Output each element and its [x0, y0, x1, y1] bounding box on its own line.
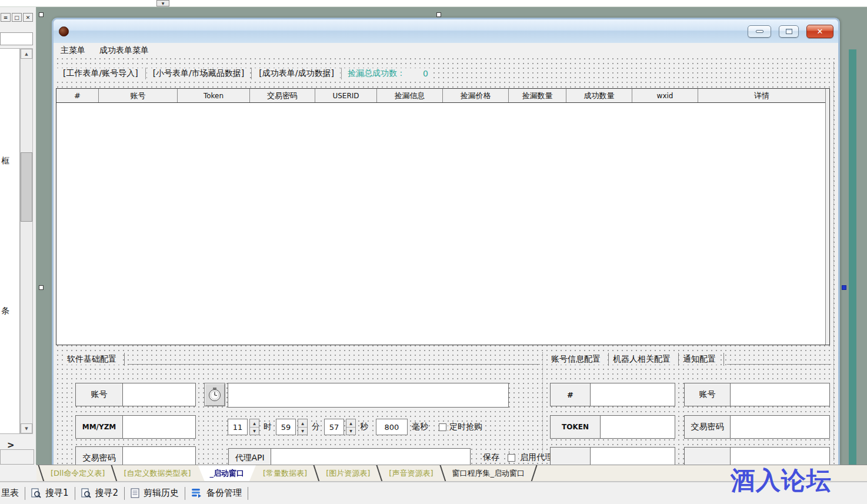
window-controls: ✕	[748, 25, 833, 38]
second-input[interactable]: 57	[324, 419, 344, 435]
hour-input[interactable]: 11	[228, 419, 248, 435]
tab-sound-resources[interactable]: [声音资源表]	[382, 465, 440, 481]
timed-buy-checkbox[interactable]	[439, 423, 446, 431]
scroll-down-button[interactable]: ▼	[21, 423, 32, 433]
panel-partial-field[interactable]	[0, 32, 33, 45]
tab-custom-datatypes[interactable]: [自定义数据类型表]	[116, 465, 198, 481]
second-stepper[interactable]: ▲ ▼	[346, 419, 356, 435]
tab-account-info[interactable]: 账号信息配置	[550, 354, 605, 365]
grid-scrollbar-strip[interactable]	[825, 89, 829, 345]
column-header[interactable]: 详情	[698, 89, 825, 102]
resize-handle[interactable]	[436, 12, 441, 17]
toolbox-item-partial[interactable]: 框	[1, 156, 9, 166]
toolbox-list[interactable]	[0, 48, 20, 434]
column-header[interactable]: USERID	[315, 89, 377, 102]
tab-constants[interactable]: [常量数据表]	[256, 465, 314, 481]
search-doc-icon	[81, 488, 91, 498]
tab-alt-accounts[interactable]: [小号表单/市场藏品数据]	[147, 68, 251, 79]
status-backup[interactable]: 备份管理	[191, 488, 242, 499]
index-input[interactable]	[591, 383, 675, 406]
hour-stepper[interactable]: ▲ ▼	[249, 419, 259, 435]
menu-item-main[interactable]: 主菜单	[61, 45, 85, 56]
toolbox-scrollbar[interactable]: ▲ ▼	[20, 48, 33, 434]
resize-handle[interactable]	[39, 285, 44, 290]
column-header[interactable]: #	[56, 89, 99, 102]
status-search2[interactable]: 搜寻2	[81, 488, 119, 499]
chevron-down-icon: ▼	[162, 1, 165, 5]
resize-handle-active[interactable]	[842, 285, 846, 290]
tab-notify-config[interactable]: 通知配置	[682, 354, 721, 365]
save-button[interactable]: 保存	[482, 452, 501, 463]
column-header[interactable]: 账号	[99, 89, 178, 102]
close-icon: ✕	[26, 15, 31, 21]
minimize-button[interactable]	[748, 25, 771, 38]
r-trade-password-input[interactable]	[731, 416, 829, 438]
column-header[interactable]: 捡漏数量	[509, 89, 566, 102]
left-group-tab[interactable]: 软件基础配置	[66, 354, 121, 365]
tab-success-form[interactable]: [成功表单/成功数据]	[253, 68, 340, 79]
column-header[interactable]: wxid	[632, 89, 698, 102]
clipped-label	[551, 448, 591, 465]
resize-handle[interactable]	[39, 12, 44, 17]
tab-work-form[interactable]: [工作表单/账号导入]	[57, 68, 144, 79]
left-toolbox-panel: ≡ □ ✕ 框 条 ▲ ▼ >	[0, 7, 36, 465]
spin-up-icon[interactable]: ▲	[346, 419, 355, 428]
clipped-input[interactable]	[591, 448, 675, 465]
tab-startup-window-active[interactable]: _启动窗口	[198, 465, 256, 481]
scroll-up-button[interactable]: ▲	[21, 49, 32, 59]
combo-dropdown-button[interactable]: ▼	[156, 0, 169, 6]
menu-item-success-form[interactable]: 成功表单菜单	[99, 45, 149, 56]
group-divider	[678, 353, 679, 366]
status-text-input[interactable]	[228, 383, 509, 408]
tab-dll-commands[interactable]: [Dll命令定义表]	[44, 465, 112, 481]
spin-down-icon[interactable]: ▼	[250, 428, 259, 435]
minute-stepper[interactable]: ▲ ▼	[298, 419, 308, 435]
tab-window-program-set[interactable]: 窗口程序集_启动窗口	[445, 465, 532, 481]
toolbox-item-partial[interactable]: 条	[1, 306, 9, 316]
trade-password-input[interactable]	[123, 447, 195, 465]
timer-button[interactable]	[204, 383, 225, 406]
maximize-button[interactable]	[779, 25, 799, 38]
r-account-input[interactable]	[731, 383, 829, 406]
minute-input[interactable]: 59	[276, 419, 296, 435]
trade-password-field: 交易密码	[75, 446, 196, 465]
proxy-api-input[interactable]	[271, 449, 470, 465]
account-input[interactable]	[123, 383, 195, 406]
data-grid[interactable]: # 账号 Token 交易密码 USERID 捡漏信息 捡漏价格 捡漏数量 成功…	[56, 88, 830, 345]
close-button[interactable]: ✕	[806, 25, 833, 38]
group-line	[128, 364, 540, 365]
token-input[interactable]	[601, 416, 675, 438]
status-partial-label[interactable]: 里表	[1, 488, 19, 499]
status-divider	[75, 487, 75, 500]
panel-close-button[interactable]: ✕	[23, 13, 33, 22]
tab-robot-config[interactable]: 机器人相关配置	[612, 354, 675, 365]
maximize-icon	[786, 29, 792, 34]
spin-down-icon[interactable]: ▼	[346, 428, 355, 435]
token-field: TOKEN	[550, 415, 675, 439]
right-group-header: 账号信息配置 机器人相关配置 通知配置	[550, 352, 831, 366]
column-header[interactable]: 成功数量	[566, 89, 632, 102]
status-clip-history[interactable]: 剪辑历史	[131, 488, 179, 499]
spin-up-icon[interactable]: ▲	[298, 419, 307, 428]
scrollbar-thumb[interactable]	[21, 152, 32, 222]
panel-restore-button[interactable]: □	[12, 13, 22, 22]
millisecond-input[interactable]: 800	[376, 419, 408, 435]
spin-up-icon[interactable]: ▲	[250, 419, 259, 428]
column-header[interactable]: Token	[178, 89, 250, 102]
enable-proxy-label: 启用代理	[519, 452, 554, 463]
enable-proxy-checkbox[interactable]	[508, 454, 515, 462]
grid-body-empty[interactable]	[56, 103, 825, 345]
clipped-input[interactable]	[731, 448, 829, 465]
column-header[interactable]: 捡漏价格	[443, 89, 509, 102]
column-header[interactable]: 交易密码	[250, 89, 315, 102]
title-bar[interactable]: ✕	[54, 19, 838, 43]
spin-down-icon[interactable]: ▼	[298, 428, 307, 435]
column-header[interactable]: 捡漏信息	[377, 89, 443, 102]
panel-menu-button[interactable]: ≡	[1, 13, 11, 22]
status-search1[interactable]: 搜寻1	[31, 488, 69, 499]
r-account-field: 账号	[684, 383, 830, 406]
mmyzm-input[interactable]	[123, 416, 195, 438]
tab-image-resources[interactable]: [图片资源表]	[319, 465, 377, 481]
success-counter: 捡漏总成功数： 0	[343, 68, 433, 79]
scroll-down-icon: ▼	[25, 426, 28, 431]
